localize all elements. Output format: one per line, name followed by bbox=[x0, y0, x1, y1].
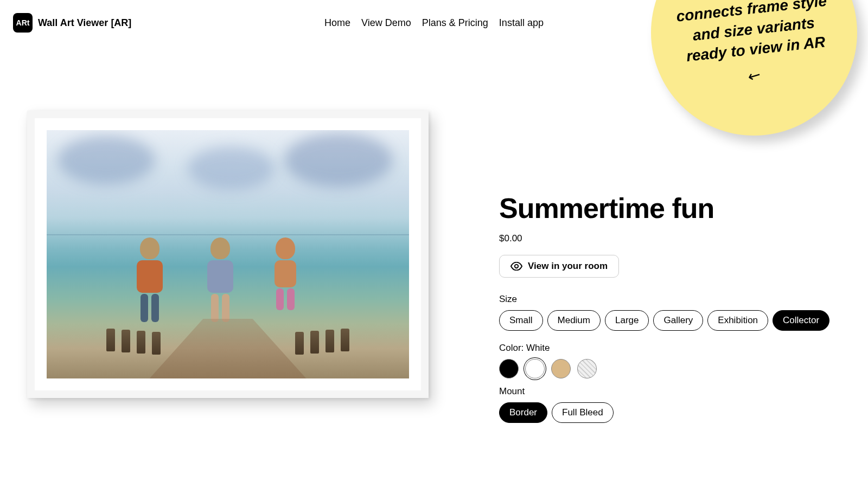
promo-badge-text: Wall Art Viewer connects frame style and… bbox=[667, 0, 838, 68]
product-price: $0.00 bbox=[499, 233, 846, 244]
size-label: Size bbox=[499, 294, 846, 305]
nav-install-app[interactable]: Install app bbox=[499, 17, 544, 29]
color-swatch-black[interactable] bbox=[499, 359, 519, 378]
primary-nav: Home View Demo Plans & Pricing Install a… bbox=[324, 17, 544, 29]
arrow-down-left-icon: ↙ bbox=[744, 65, 764, 86]
size-collector[interactable]: Collector bbox=[773, 310, 829, 331]
mount-border[interactable]: Border bbox=[499, 402, 547, 423]
color-swatch-tan[interactable] bbox=[551, 359, 571, 378]
mount-options: Border Full Bleed bbox=[499, 402, 846, 423]
size-gallery[interactable]: Gallery bbox=[653, 310, 703, 331]
svg-point-0 bbox=[515, 265, 518, 268]
mount-full-bleed[interactable]: Full Bleed bbox=[552, 402, 614, 423]
mount-label: Mount bbox=[499, 386, 846, 397]
size-large[interactable]: Large bbox=[605, 310, 649, 331]
nav-plans-pricing[interactable]: Plans & Pricing bbox=[422, 17, 488, 29]
size-options: Small Medium Large Gallery Exhibition Co… bbox=[499, 310, 846, 331]
artwork-frame[interactable] bbox=[27, 111, 429, 398]
view-in-room-button[interactable]: View in your room bbox=[499, 255, 619, 278]
color-label: Color: White bbox=[499, 343, 846, 354]
brand-logo[interactable]: ARt Wall Art Viewer [AR] bbox=[13, 13, 131, 33]
product-image-container bbox=[22, 67, 434, 423]
nav-view-demo[interactable]: View Demo bbox=[361, 17, 411, 29]
color-options bbox=[499, 359, 846, 378]
artwork-painting bbox=[47, 130, 409, 378]
size-small[interactable]: Small bbox=[499, 310, 543, 331]
product-title: Summertime fun bbox=[499, 192, 846, 224]
size-medium[interactable]: Medium bbox=[547, 310, 601, 331]
logo-icon: ARt bbox=[13, 13, 33, 33]
eye-icon bbox=[510, 262, 522, 271]
view-in-room-label: View in your room bbox=[528, 261, 608, 272]
nav-home[interactable]: Home bbox=[324, 17, 350, 29]
color-swatch-patterned[interactable] bbox=[577, 359, 597, 378]
size-exhibition[interactable]: Exhibition bbox=[707, 310, 768, 331]
logo-text: Wall Art Viewer [AR] bbox=[38, 17, 131, 29]
color-swatch-white[interactable] bbox=[525, 359, 545, 378]
